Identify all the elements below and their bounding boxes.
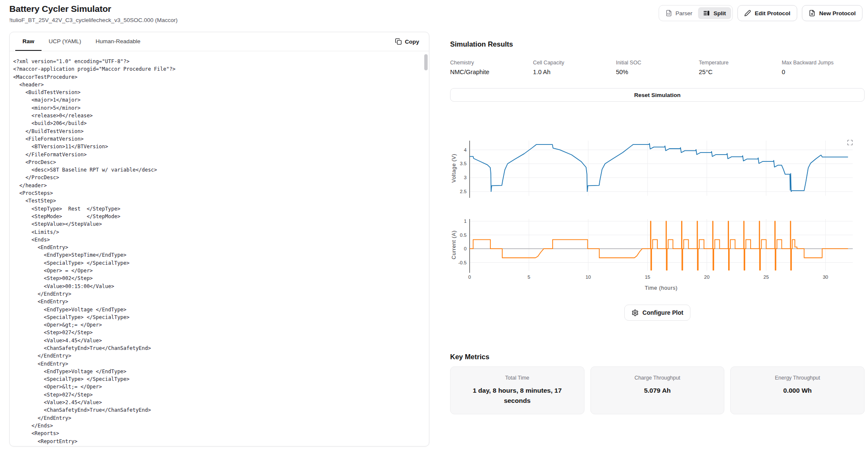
key-metrics-heading: Key Metrics: [450, 353, 865, 361]
svg-text:20: 20: [704, 275, 709, 280]
configure-plot-button[interactable]: Configure Plot: [624, 305, 690, 321]
configure-plot-row: Configure Plot: [450, 305, 865, 321]
gear-icon: [632, 309, 639, 316]
current-chart-wrap: 10.50-0.5051015202530Time (hours)Current…: [450, 216, 865, 294]
simulation-charts: 43.532.5Voltage (V) 10.50-0.505101520253…: [450, 138, 865, 294]
view-mode-split[interactable]: Split: [698, 7, 731, 19]
view-mode-parser[interactable]: Parser: [660, 7, 698, 19]
file-plus-icon: [809, 10, 815, 17]
protocol-xml-source: <?xml version="1.0" encoding="UTF-8"?> <…: [10, 51, 429, 446]
edit-protocol-button[interactable]: Edit Protocol: [737, 5, 797, 21]
file-code-icon: [665, 10, 672, 17]
results-panel: Simulation Results Chemistry NMC/Graphit…: [450, 40, 865, 414]
edit-protocol-label: Edit Protocol: [755, 10, 790, 17]
metric-value: 1 day, 8 hours, 8 minutes, 17 seconds: [461, 385, 574, 406]
copy-icon: [395, 38, 402, 45]
tab-raw[interactable]: Raw: [15, 32, 42, 51]
voltage-chart-wrap: 43.532.5Voltage (V): [450, 138, 865, 203]
svg-text:Current (A): Current (A): [451, 230, 457, 259]
metric-value: 5.079 Ah: [601, 385, 714, 396]
current-chart: 10.50-0.5051015202530Time (hours)Current…: [450, 216, 865, 292]
key-metrics-cards: Total Time 1 day, 8 hours, 8 minutes, 17…: [450, 366, 865, 414]
metric-charge-throughput: Charge Throughput 5.079 Ah: [590, 366, 725, 414]
param-label: Initial SOC: [616, 60, 699, 66]
svg-text:2.5: 2.5: [460, 189, 467, 194]
metric-label: Total Time: [461, 375, 574, 381]
simulation-results-heading: Simulation Results: [450, 40, 865, 48]
protocol-tabbar: Raw UCP (YAML) Human-Readable Copy: [10, 32, 429, 51]
new-protocol-button[interactable]: New Protocol: [802, 5, 862, 21]
metric-total-time: Total Time 1 day, 8 hours, 8 minutes, 17…: [450, 366, 584, 414]
view-mode-split-label: Split: [713, 10, 726, 17]
protocol-filename: !tulioF_BT_25V_42V_C3_cyclelifecheck_v3_…: [9, 17, 178, 23]
view-mode-toggle: Parser Split: [659, 5, 733, 21]
page-title: Battery Cycler Simulator: [9, 4, 111, 14]
pencil-icon: [744, 10, 751, 17]
svg-text:30: 30: [823, 275, 828, 280]
svg-text:15: 15: [645, 275, 650, 280]
param-max-backward-jumps: Max Backward Jumps 0: [782, 60, 865, 75]
copy-button[interactable]: Copy: [391, 32, 423, 51]
split-layout-icon: [703, 10, 710, 17]
reset-simulation-button[interactable]: Reset Simulation: [450, 88, 865, 102]
param-initial-soc: Initial SOC 50%: [616, 60, 699, 75]
svg-text:0: 0: [468, 275, 471, 280]
param-label: Temperature: [699, 60, 782, 66]
metric-label: Energy Throughput: [741, 375, 854, 381]
svg-text:1: 1: [464, 219, 467, 224]
param-label: Cell Capacity: [533, 60, 616, 66]
scrollbar-thumb[interactable]: [424, 54, 428, 70]
view-mode-parser-label: Parser: [676, 10, 693, 17]
param-value: 50%: [616, 69, 699, 75]
param-value: 0: [782, 69, 865, 75]
copy-label: Copy: [405, 39, 419, 45]
param-value: NMC/Graphite: [450, 69, 533, 75]
svg-text:3.5: 3.5: [460, 161, 467, 166]
simulation-params: Chemistry NMC/Graphite Cell Capacity 1.0…: [450, 60, 865, 75]
param-cell-capacity: Cell Capacity 1.0 Ah: [533, 60, 616, 75]
svg-text:4: 4: [464, 147, 467, 153]
metric-energy-throughput: Energy Throughput 0.000 Wh: [730, 366, 865, 414]
svg-text:10: 10: [585, 275, 591, 280]
metric-label: Charge Throughput: [601, 375, 714, 381]
new-protocol-label: New Protocol: [819, 10, 856, 17]
protocol-panel: Raw UCP (YAML) Human-Readable Copy <?xml…: [9, 32, 429, 446]
header-controls: Parser Split Edit Protocol New Protocol: [659, 5, 862, 21]
svg-text:0: 0: [464, 246, 467, 251]
voltage-chart: 43.532.5Voltage (V): [450, 138, 865, 202]
svg-text:25: 25: [763, 275, 769, 280]
param-label: Chemistry: [450, 60, 533, 66]
param-value: 25°C: [699, 69, 782, 75]
svg-text:5: 5: [528, 275, 530, 280]
param-chemistry: Chemistry NMC/Graphite: [450, 60, 533, 75]
fullscreen-icon[interactable]: [847, 139, 853, 147]
param-value: 1.0 Ah: [533, 69, 616, 75]
svg-text:-0.5: -0.5: [458, 260, 467, 265]
tab-ucp-yaml[interactable]: UCP (YAML): [42, 32, 89, 51]
svg-text:3: 3: [464, 175, 467, 180]
param-label: Max Backward Jumps: [782, 60, 865, 66]
svg-text:Time (hours): Time (hours): [645, 285, 678, 291]
svg-text:Voltage (V): Voltage (V): [451, 154, 457, 183]
svg-text:0.5: 0.5: [460, 233, 467, 238]
configure-plot-label: Configure Plot: [643, 309, 683, 316]
param-temperature: Temperature 25°C: [699, 60, 782, 75]
tab-human-readable[interactable]: Human-Readable: [89, 32, 148, 51]
metric-value: 0.000 Wh: [741, 385, 854, 396]
